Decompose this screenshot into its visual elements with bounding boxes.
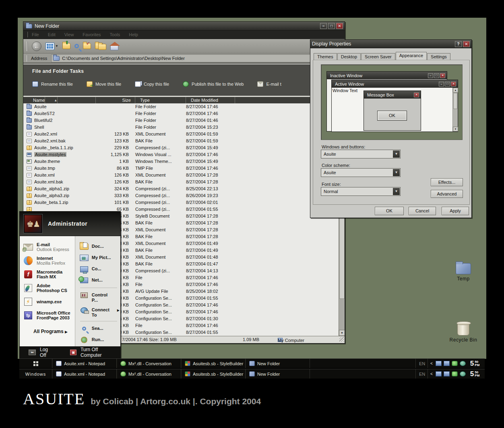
table-row[interactable]: Asuite.tmp86 KBTMP File8/27/2004 17:46 bbox=[23, 165, 339, 172]
close-button[interactable]: ✕ bbox=[336, 23, 343, 29]
up-folder-button[interactable]: ⬆ bbox=[62, 43, 70, 49]
table-row[interactable]: Asuite_alpha3.zip333 KBCompressed (zi...… bbox=[23, 192, 339, 199]
menu-item-file[interactable]: File bbox=[32, 32, 39, 37]
language-indicator[interactable]: EN bbox=[415, 369, 428, 379]
antivirus-shield-icon[interactable] bbox=[452, 371, 458, 377]
all-programs-button[interactable]: All Programs ▶ bbox=[20, 326, 75, 334]
taskbar-task-stylebuilder[interactable]: Asuitesb.sb - StyleBuilder bbox=[181, 369, 246, 379]
table-row[interactable]: AsuiteFile Folder8/27/2004 17:46 bbox=[23, 103, 339, 110]
home-button[interactable] bbox=[110, 42, 118, 50]
views-button[interactable]: ▼ bbox=[45, 43, 58, 50]
taskbar-task-folder[interactable]: New Folder bbox=[246, 369, 310, 379]
favorites-button[interactable]: ✓ bbox=[83, 43, 91, 49]
ok-button[interactable]: OK bbox=[375, 207, 404, 215]
chevron-down-icon[interactable]: ▼ bbox=[393, 150, 400, 158]
chevron-down-icon[interactable]: ▼ bbox=[393, 169, 400, 176]
tab-screen-saver[interactable]: Screen Saver bbox=[361, 53, 395, 60]
tray-chevron-icon[interactable]: < bbox=[430, 361, 433, 366]
table-row[interactable]: Asuite.xml126 KBXML Document8/27/2004 17… bbox=[23, 172, 339, 179]
table-row[interactable]: Asuite.theme1 KBWindows Theme...8/27/200… bbox=[23, 158, 339, 165]
menu-item-view[interactable]: View bbox=[64, 32, 74, 37]
log-off-button[interactable]: Log Off bbox=[40, 347, 56, 358]
messenger-icon[interactable] bbox=[460, 361, 466, 366]
clock[interactable]: 550PM bbox=[470, 370, 479, 378]
start-item-photoshop[interactable]: Adobe Photoshop CS bbox=[20, 281, 75, 295]
task-copy[interactable]: Copy this file bbox=[135, 81, 169, 87]
address-input[interactable]: C:\Documents and Settings\Administrator\… bbox=[51, 54, 345, 62]
advanced-button[interactable]: Advanced bbox=[431, 190, 463, 198]
start-item-my-pictures[interactable]: My Pict... bbox=[75, 252, 120, 263]
search-button[interactable] bbox=[74, 44, 79, 48]
start-item-winamp[interactable]: ⚡winamp.exe bbox=[20, 295, 75, 309]
help-button[interactable]: ? bbox=[455, 41, 462, 47]
taskbar-task-stylebuilder[interactable]: Asuitesb.sb - StyleBuilder bbox=[181, 359, 246, 368]
table-row[interactable]: AsuiteST2File Folder8/27/2004 17:46 bbox=[23, 110, 339, 117]
minimize-button[interactable]: – bbox=[320, 23, 327, 29]
start-item-email[interactable]: E-mailOutlook Express bbox=[20, 240, 75, 254]
tab-appearance[interactable]: Appearance bbox=[396, 52, 427, 60]
cancel-button[interactable]: Cancel bbox=[409, 207, 436, 215]
start-item-firefox[interactable]: InternetMozilla Firefox bbox=[20, 254, 75, 268]
start-button[interactable] bbox=[19, 359, 52, 368]
chevron-down-icon[interactable]: ▼ bbox=[393, 188, 400, 195]
table-row[interactable]: Bluetiful2File Folder8/27/2004 01:46 bbox=[23, 117, 339, 124]
dialog-close-button[interactable]: ✕ bbox=[463, 41, 470, 47]
start-item-my-network[interactable]: Net... bbox=[75, 275, 120, 286]
start-item-my-computer[interactable]: Co... bbox=[75, 263, 120, 275]
taskbar-task-notepad[interactable]: Asuite.xml - Notepad bbox=[52, 359, 117, 368]
network-icon[interactable] bbox=[444, 361, 450, 366]
color-scheme-select[interactable]: Asuite▼ bbox=[321, 168, 401, 177]
dialog-titlebar[interactable]: Display Properties ? ✕ bbox=[310, 40, 471, 48]
table-row[interactable]: Asuite_alpha1.zip324 KBCompressed (zi...… bbox=[23, 185, 339, 192]
taskbar-task-notepad[interactable]: Asuite.xml - Notepad bbox=[52, 369, 117, 379]
tab-settings[interactable]: Settings bbox=[427, 53, 450, 60]
taskbar-task-messenger[interactable]: Mx².dll - Conversation bbox=[117, 369, 181, 379]
menu-item-help[interactable]: Help bbox=[129, 32, 138, 37]
menu-item-favorites[interactable]: Favorites bbox=[83, 32, 101, 37]
start-item-control-panel[interactable]: Control P... bbox=[75, 290, 120, 305]
task-rename[interactable]: Rename this file bbox=[32, 81, 73, 87]
folders-button[interactable] bbox=[95, 42, 106, 50]
column-header-date[interactable]: Date Modified bbox=[186, 97, 235, 103]
tray-chevron-icon[interactable]: < bbox=[430, 372, 433, 376]
start-item-frontpage[interactable]: fpMicrosoft Office FrontPage 2003 bbox=[20, 309, 75, 322]
effects-button[interactable]: Effects... bbox=[431, 178, 463, 186]
table-row[interactable]: Asuite2.xml.bak123 KBBAK File8/27/2004 0… bbox=[23, 138, 339, 144]
menu-item-edit[interactable]: Edit bbox=[48, 32, 56, 37]
start-item-connect-to[interactable]: Connect To▶ bbox=[75, 305, 120, 319]
table-row[interactable]: Asuite.xml.bak126 KBBAK File8/27/2004 17… bbox=[23, 179, 339, 185]
table-row[interactable]: Asuite.msstyles1,125 KBWindows Visual ..… bbox=[23, 151, 339, 158]
start-item-flash[interactable]: fMacromedia Flash MX bbox=[20, 268, 75, 281]
start-item-my-documents[interactable]: Doc... bbox=[75, 241, 120, 252]
taskbar-task-folder[interactable]: New Folder bbox=[246, 359, 310, 368]
tab-themes[interactable]: Themes bbox=[314, 53, 337, 60]
menu-item-tools[interactable]: Tools bbox=[110, 32, 120, 37]
back-button[interactable]: ← bbox=[32, 41, 41, 51]
table-row[interactable]: ShellFile Folder8/27/2004 15:23 bbox=[23, 124, 339, 131]
font-size-select[interactable]: Normal▼ bbox=[321, 187, 401, 196]
explorer-titlebar[interactable]: New Folder – □ ✕ bbox=[23, 22, 345, 31]
task-email[interactable]: E-mail t bbox=[257, 81, 281, 87]
network-icon[interactable] bbox=[444, 371, 450, 377]
desktop-icon-temp[interactable]: Temp bbox=[445, 263, 481, 282]
turn-off-computer-button[interactable]: Turn Off Computer bbox=[81, 347, 120, 358]
apply-button[interactable]: Apply bbox=[442, 207, 469, 215]
language-indicator[interactable]: EN bbox=[415, 359, 428, 368]
task-move[interactable]: Move this file bbox=[87, 81, 121, 87]
table-row[interactable]: Asuite2.xml123 KBXML Document8/27/2004 0… bbox=[23, 131, 339, 138]
start-button-windows[interactable]: Windows bbox=[19, 369, 52, 379]
messenger-icon[interactable] bbox=[460, 371, 466, 377]
resize-grip[interactable] bbox=[339, 337, 344, 342]
start-item-search[interactable]: Sea... bbox=[75, 323, 120, 334]
start-item-run[interactable]: Run... bbox=[75, 334, 120, 346]
desktop-icon-recycle-bin[interactable]: Recycle Bin bbox=[445, 323, 481, 343]
column-header-type[interactable]: Type bbox=[135, 97, 186, 103]
column-header-size[interactable]: Size bbox=[96, 97, 135, 103]
task-publish-web[interactable]: Publish this file to the Web bbox=[183, 81, 244, 87]
scroll-down-icon[interactable]: ▼ bbox=[339, 330, 345, 336]
table-row[interactable]: Asuite._beta.1.1.zip229 KBCompressed (zi… bbox=[23, 144, 339, 151]
taskbar-task-messenger[interactable]: Mx².dll - Conversation bbox=[117, 359, 181, 368]
table-row[interactable]: Asuite_beta.1.zip101 KBCompressed (zi...… bbox=[23, 199, 339, 206]
network-icon[interactable] bbox=[436, 371, 442, 377]
column-header-name[interactable]: Name▲ bbox=[23, 97, 96, 103]
